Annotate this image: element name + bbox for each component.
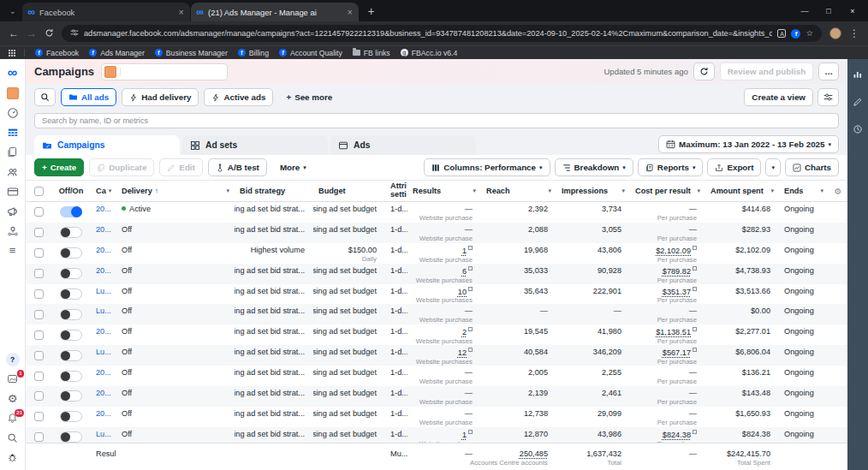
campaign-toggle[interactable] <box>51 304 91 324</box>
search-input[interactable] <box>34 113 839 128</box>
window-close-button[interactable]: × <box>841 0 865 21</box>
campaign-row[interactable]: 20...OffUsing ad set bid strat...Using a… <box>26 324 847 345</box>
duplicate-button[interactable]: Duplicate <box>89 158 154 176</box>
results-cell[interactable]: 1Website purchase <box>407 427 481 443</box>
row-checkbox[interactable] <box>26 264 51 284</box>
window-minimize-button[interactable]: — <box>793 0 817 21</box>
campaign-toggle[interactable] <box>51 284 91 305</box>
campaign-name-link[interactable]: 20... <box>91 202 116 223</box>
search-filter-button[interactable] <box>34 88 56 106</box>
bookmark-item[interactable]: fFacebook <box>35 49 79 57</box>
row-checkbox[interactable] <box>26 427 51 443</box>
campaigns-table-icon[interactable] <box>0 122 25 142</box>
tab-ads[interactable]: Ads <box>330 135 476 155</box>
cost-per-result-cell[interactable]: $824.38Per purchase <box>630 427 705 443</box>
summary-reach[interactable]: 250,485Accounts Centre accounts <box>481 447 556 470</box>
campaign-toggle[interactable] <box>51 345 91 366</box>
media-library-icon[interactable]: 1 <box>0 369 25 389</box>
campaign-name-link[interactable]: Lu... <box>91 427 116 443</box>
filter-all-ads[interactable]: All ads <box>61 88 116 106</box>
results-cell[interactable]: 10Website purchases <box>407 284 481 305</box>
reload-icon[interactable] <box>45 28 54 39</box>
row-checkbox[interactable] <box>26 386 51 407</box>
campaign-toggle[interactable] <box>51 407 91 427</box>
header-ends[interactable]: Ends▾ <box>779 187 829 195</box>
campaign-row[interactable]: 20...OffUsing ad set bid strat...Using a… <box>26 264 847 284</box>
row-checkbox[interactable] <box>26 304 51 324</box>
campaign-name-link[interactable]: 20... <box>91 243 116 264</box>
campaign-row[interactable]: 20...OffHighest volume$150.00Daily1-d...… <box>26 243 847 264</box>
row-checkbox[interactable] <box>26 284 51 305</box>
pages-icon[interactable] <box>0 142 25 162</box>
overview-icon[interactable] <box>0 103 25 122</box>
bookmark-item[interactable]: fAds Manager <box>89 49 145 57</box>
campaign-toggle[interactable] <box>51 223 91 243</box>
settings-gear-icon[interactable]: ⚙ <box>0 389 25 408</box>
create-view-button[interactable]: Create a view <box>744 88 813 106</box>
review-and-publish-button[interactable]: Review and publish <box>720 62 813 80</box>
date-range-selector[interactable]: Maximum: 13 Jan 2022 - 13 Feb 2025 ▾ <box>658 135 839 153</box>
bookmark-star-icon[interactable]: ☆ <box>806 29 813 38</box>
apps-grid-icon[interactable] <box>9 50 15 57</box>
row-checkbox[interactable] <box>26 407 51 427</box>
export-caret-button[interactable]: ▾ <box>765 158 781 176</box>
tab-ad-sets[interactable]: Ad sets <box>182 135 328 155</box>
tab-close-icon[interactable]: × <box>179 8 184 17</box>
header-more-button[interactable]: … <box>818 62 839 80</box>
browser-tab-ads-manager[interactable]: ∞ (21) Ads Manager - Manage ai × <box>191 3 359 21</box>
results-cell[interactable]: 12Website purchases <box>407 345 481 366</box>
campaign-toggle[interactable] <box>51 202 91 223</box>
columns-button[interactable]: Columns: Performance▾ <box>424 158 550 176</box>
header-cost-per-result[interactable]: Cost per result▾ <box>630 187 705 195</box>
notifications-bell-icon[interactable]: 21 <box>0 408 25 428</box>
bookmark-item[interactable]: fAccount Quality <box>279 49 342 57</box>
audiences-icon[interactable] <box>0 162 25 181</box>
translate-icon[interactable]: A <box>777 29 786 38</box>
facebook-page-icon[interactable]: f <box>791 29 800 39</box>
campaign-row[interactable]: Lu...OffUsing ad set bid strat...Using a… <box>26 284 847 305</box>
search-rail-icon[interactable] <box>0 428 25 448</box>
campaign-toggle[interactable] <box>51 264 91 284</box>
ab-test-button[interactable]: A/B test <box>208 158 267 176</box>
campaign-row[interactable]: 20...OffUsing ad set bid strat...Using a… <box>26 223 847 243</box>
account-selector[interactable] <box>101 63 228 80</box>
browser-tab-facebook[interactable]: ∞ Facebook × <box>22 3 190 21</box>
header-select-all-checkbox[interactable] <box>26 187 51 196</box>
bookmark-item[interactable]: FB links <box>353 49 390 57</box>
campaign-toggle[interactable] <box>51 386 91 407</box>
create-button[interactable]: +Create <box>34 158 84 176</box>
row-checkbox[interactable] <box>26 366 51 386</box>
header-bid-strategy[interactable]: Bid strategy <box>235 187 313 195</box>
campaign-name-link[interactable]: Lu... <box>91 284 116 305</box>
campaign-name-link[interactable]: 20... <box>91 407 116 427</box>
partners-icon[interactable] <box>0 221 25 241</box>
header-reach[interactable]: Reach▾ <box>481 187 556 195</box>
campaign-row[interactable]: 20...OffUsing ad set bid strat...Using a… <box>26 407 847 427</box>
billing-icon[interactable] <box>0 181 25 201</box>
cost-per-result-cell[interactable]: $351.37Per purchase <box>630 284 705 305</box>
row-checkbox[interactable] <box>26 243 51 264</box>
browser-profile-avatar[interactable] <box>829 27 841 39</box>
meta-logo[interactable]: ∞ <box>0 62 25 83</box>
edit-button[interactable]: Edit <box>159 158 203 176</box>
campaign-toggle[interactable] <box>51 366 91 386</box>
help-icon[interactable]: ? <box>0 349 25 369</box>
row-checkbox[interactable] <box>26 324 51 345</box>
campaign-row[interactable]: Lu...OffUsing ad set bid strat...Using a… <box>26 427 847 443</box>
insights-chart-icon[interactable] <box>853 68 863 83</box>
header-budget[interactable]: Budget <box>313 187 385 195</box>
cost-per-result-cell[interactable]: $567.17Per purchase <box>630 345 705 366</box>
campaign-toggle[interactable] <box>51 324 91 345</box>
bookmark-item[interactable]: gFBAcc.io v6.4 <box>401 49 458 57</box>
campaign-name-link[interactable]: 20... <box>91 223 116 243</box>
bookmark-item[interactable]: fBilling <box>238 49 269 57</box>
row-checkbox[interactable] <box>26 345 51 366</box>
header-results[interactable]: Results▾ <box>407 187 481 195</box>
header-amount-spent[interactable]: Amount spent▾ <box>705 187 779 195</box>
export-button[interactable]: Export <box>707 158 761 176</box>
filter-active-ads[interactable]: Active ads <box>204 88 273 106</box>
campaign-toggle[interactable] <box>51 427 91 443</box>
tab-close-icon[interactable]: × <box>348 8 353 17</box>
campaign-name-link[interactable]: 20... <box>91 264 116 284</box>
address-bar[interactable]: adsmanager.facebook.com/adsmanager/manag… <box>62 25 822 42</box>
